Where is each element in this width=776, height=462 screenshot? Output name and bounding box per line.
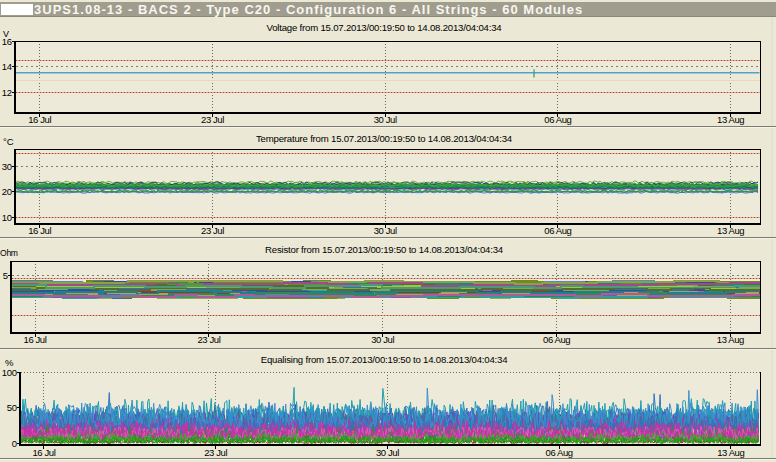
svg-text:16 Jul: 16 Jul xyxy=(32,447,55,458)
svg-text:Equalising from 15.07.2013/00:: Equalising from 15.07.2013/00:19:50 to 1… xyxy=(261,354,508,365)
svg-text:23 Jul: 23 Jul xyxy=(201,114,224,125)
svg-text:13 Aug: 13 Aug xyxy=(717,225,744,236)
svg-text:30 Jul: 30 Jul xyxy=(371,334,394,345)
svg-text:Temperature from 15.07.2013/00: Temperature from 15.07.2013/00:19:50 to … xyxy=(256,133,513,144)
svg-text:12: 12 xyxy=(2,87,12,98)
svg-text:14: 14 xyxy=(2,61,12,72)
svg-text:23 Jul: 23 Jul xyxy=(204,447,227,458)
svg-text:100: 100 xyxy=(2,367,17,378)
svg-text:23 Jul: 23 Jul xyxy=(201,225,224,236)
svg-text:°C: °C xyxy=(3,136,14,147)
svg-text:30: 30 xyxy=(2,161,12,172)
svg-text:Ohm: Ohm xyxy=(0,248,18,258)
svg-text:06 Aug: 06 Aug xyxy=(543,334,570,345)
svg-text:16 Jul: 16 Jul xyxy=(24,334,47,345)
svg-text:0: 0 xyxy=(12,438,17,449)
svg-text:20: 20 xyxy=(2,186,12,197)
svg-text:16 Jul: 16 Jul xyxy=(28,225,51,236)
svg-text:06 Aug: 06 Aug xyxy=(544,225,571,236)
svg-text:16: 16 xyxy=(2,36,12,47)
svg-text:Resistor from 15.07.2013/00:19: Resistor from 15.07.2013/00:19:50 to 14.… xyxy=(265,244,504,255)
svg-text:5: 5 xyxy=(3,270,8,281)
svg-text:30 Jul: 30 Jul xyxy=(374,225,397,236)
svg-text:13 Aug: 13 Aug xyxy=(717,334,744,345)
svg-text:13 Aug: 13 Aug xyxy=(717,447,744,458)
svg-text:23 Jul: 23 Jul xyxy=(197,334,220,345)
svg-text:16 Jul: 16 Jul xyxy=(28,114,51,125)
svg-text:30 Jul: 30 Jul xyxy=(374,114,397,125)
svg-text:10: 10 xyxy=(2,212,12,223)
svg-text:50: 50 xyxy=(7,402,17,413)
svg-text:30 Jul: 30 Jul xyxy=(376,447,399,458)
svg-text:06 Aug: 06 Aug xyxy=(544,114,571,125)
svg-text:06 Aug: 06 Aug xyxy=(546,447,573,458)
svg-text:Voltage from 15.07.2013/00:19:: Voltage from 15.07.2013/00:19:50 to 14.0… xyxy=(267,22,503,33)
svg-text:3UPS1.08-13 - BACS 2 - Type C2: 3UPS1.08-13 - BACS 2 - Type C20 - Config… xyxy=(34,2,583,17)
svg-text:13 Aug: 13 Aug xyxy=(717,114,744,125)
